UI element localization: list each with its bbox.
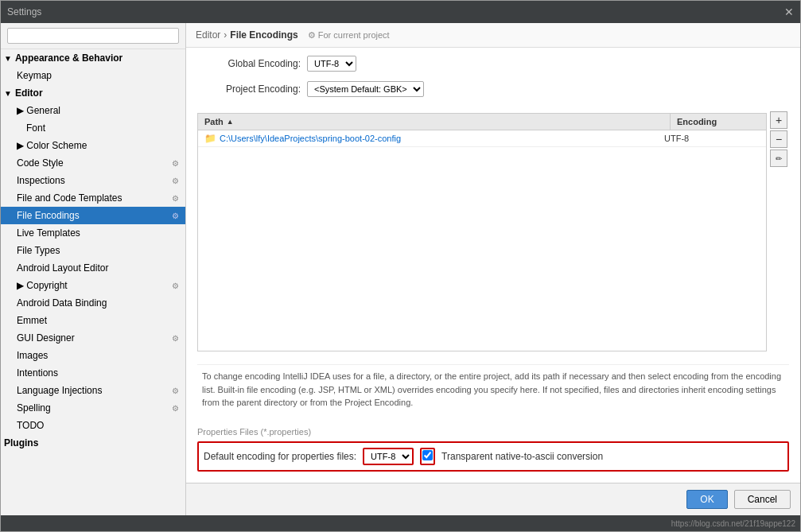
- file-enc-icon: ⚙: [172, 212, 179, 220]
- sidebar-item-android-layout[interactable]: Android Layout Editor: [1, 259, 185, 277]
- project-encoding-row: Project Encoding: <System Default: GBK>: [197, 81, 789, 97]
- file-row-path: 📁 C:\Users\lfy\IdeaProjects\spring-boot-…: [204, 133, 664, 144]
- file-table-header: Path ▲ Encoding: [198, 114, 766, 130]
- sidebar-item-android-data-binding[interactable]: Android Data Binding: [1, 294, 185, 312]
- properties-section-label: Properties Files (*.properties): [197, 427, 789, 437]
- main-body: Global Encoding: UTF-8 Project Encoding:…: [186, 48, 800, 483]
- file-table: Path ▲ Encoding 📁 C:\Users\lfy\IdeaProje…: [197, 113, 767, 351]
- description-text: To change encoding IntelliJ IDEA uses fo…: [197, 364, 789, 414]
- cancel-button[interactable]: Cancel: [734, 490, 791, 509]
- sidebar-list: ▼Appearance & Behavior Keymap ▼Editor ▶ …: [1, 49, 185, 515]
- main-header: Editor › File Encodings ⚙ For current pr…: [186, 23, 800, 48]
- bottom-bar-text: https://blog.csdn.net/21f19appe122: [671, 519, 795, 528]
- transparent-label: Transparent native-to-ascii conversion: [441, 451, 603, 462]
- global-encoding-label: Global Encoding:: [197, 58, 301, 69]
- inspections-icon: ⚙: [172, 177, 179, 185]
- main-content: ▼Appearance & Behavior Keymap ▼Editor ▶ …: [1, 23, 800, 515]
- sidebar-item-spelling[interactable]: Spelling ⚙: [1, 399, 185, 417]
- sidebar-item-todo[interactable]: TODO: [1, 417, 185, 434]
- sidebar-item-live-templates[interactable]: Live Templates: [1, 224, 185, 242]
- ok-button[interactable]: OK: [686, 490, 727, 509]
- global-encoding-select[interactable]: UTF-8: [307, 56, 356, 72]
- sidebar-search-container: [1, 23, 185, 49]
- for-project-label: ⚙ For current project: [308, 30, 390, 41]
- gui-designer-icon: ⚙: [172, 334, 179, 343]
- lang-inj-icon: ⚙: [172, 386, 179, 395]
- transparent-checkbox[interactable]: [422, 450, 433, 460]
- properties-row: Default encoding for properties files: U…: [197, 441, 789, 472]
- code-style-icon: ⚙: [172, 159, 179, 168]
- sidebar-item-inspections[interactable]: Inspections ⚙: [1, 172, 185, 189]
- global-encoding-row: Global Encoding: UTF-8: [197, 56, 789, 72]
- properties-encoding-wrapper: UTF-8: [363, 448, 414, 465]
- sidebar-item-general[interactable]: ▶ General: [1, 102, 185, 119]
- breadcrumb-page: File Encodings: [230, 29, 297, 41]
- file-code-icon: ⚙: [172, 194, 179, 203]
- default-encoding-label: Default encoding for properties files:: [204, 451, 356, 462]
- settings-window: Settings ✕ ▼Appearance & Behavior Keymap…: [0, 0, 801, 532]
- file-table-container: Path ▲ Encoding 📁 C:\Users\lfy\IdeaProje…: [197, 110, 789, 351]
- copyright-icon: ⚙: [172, 282, 179, 290]
- file-row-encoding: UTF-8: [664, 134, 760, 143]
- add-path-button[interactable]: +: [770, 111, 787, 129]
- sidebar-item-code-style[interactable]: Code Style ⚙: [1, 154, 185, 172]
- edit-path-button[interactable]: ✏: [770, 150, 787, 167]
- main-panel: Editor › File Encodings ⚙ For current pr…: [186, 23, 800, 515]
- close-button[interactable]: ✕: [784, 6, 794, 18]
- col-path-header: Path ▲: [198, 114, 671, 130]
- title-bar-title: Settings: [7, 6, 784, 17]
- sidebar-item-color-scheme[interactable]: ▶ Color Scheme: [1, 137, 185, 154]
- sidebar-item-font[interactable]: Font: [1, 119, 185, 137]
- sidebar-item-editor[interactable]: ▼Editor: [1, 84, 185, 102]
- sidebar-item-file-encodings[interactable]: File Encodings ⚙: [1, 207, 185, 224]
- sidebar-item-language-injections[interactable]: Language Injections ⚙: [1, 382, 185, 399]
- sort-icon: ▲: [227, 118, 234, 126]
- search-input[interactable]: [7, 28, 179, 44]
- spelling-icon: ⚙: [172, 404, 179, 413]
- project-encoding-select[interactable]: <System Default: GBK>: [307, 81, 424, 97]
- sidebar-item-plugins[interactable]: Plugins: [1, 434, 185, 452]
- sidebar-item-images[interactable]: Images: [1, 347, 185, 364]
- sidebar: ▼Appearance & Behavior Keymap ▼Editor ▶ …: [1, 23, 186, 515]
- col-encoding-header: Encoding: [671, 114, 766, 130]
- file-table-body: 📁 C:\Users\lfy\IdeaProjects\spring-boot-…: [198, 130, 766, 351]
- remove-path-button[interactable]: −: [770, 130, 787, 148]
- properties-encoding-select[interactable]: UTF-8: [364, 449, 412, 464]
- project-encoding-label: Project Encoding:: [197, 83, 301, 95]
- sidebar-item-copyright[interactable]: ▶ Copyright ⚙: [1, 277, 185, 294]
- breadcrumb-editor: Editor: [196, 29, 220, 41]
- sidebar-item-emmet[interactable]: Emmet: [1, 312, 185, 329]
- title-bar: Settings ✕: [1, 1, 800, 23]
- table-actions: + − ✏: [768, 110, 789, 351]
- sidebar-item-intentions[interactable]: Intentions: [1, 364, 185, 382]
- sidebar-item-file-types[interactable]: File Types: [1, 242, 185, 259]
- sidebar-item-appearance[interactable]: ▼Appearance & Behavior: [1, 49, 185, 67]
- transparent-checkbox-wrapper: [420, 448, 435, 465]
- properties-section: Properties Files (*.properties) Default …: [197, 427, 789, 472]
- table-row[interactable]: 📁 C:\Users\lfy\IdeaProjects\spring-boot-…: [198, 130, 766, 147]
- bottom-bar: https://blog.csdn.net/21f19appe122: [1, 515, 800, 531]
- sidebar-item-keymap[interactable]: Keymap: [1, 67, 185, 84]
- sidebar-item-gui-designer[interactable]: GUI Designer ⚙: [1, 329, 185, 347]
- folder-icon: 📁: [204, 133, 216, 144]
- main-footer: OK Cancel: [186, 483, 800, 515]
- breadcrumb-sep: ›: [224, 29, 227, 41]
- sidebar-item-file-code-templates[interactable]: File and Code Templates ⚙: [1, 189, 185, 207]
